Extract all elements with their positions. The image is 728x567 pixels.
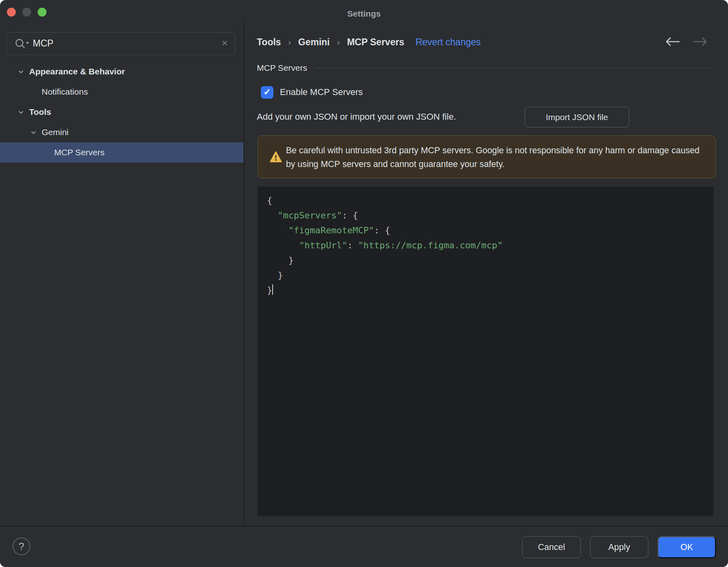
breadcrumb-gemini[interactable]: Gemini <box>298 37 330 48</box>
history-nav <box>664 36 709 47</box>
search-query-text: MCP <box>33 38 53 49</box>
search-icon <box>14 38 30 49</box>
section-title: MCP Servers <box>257 63 307 73</box>
breadcrumb-tools[interactable]: Tools <box>257 37 281 48</box>
tree-item-label: Gemini <box>42 127 69 137</box>
mcp-json-editor[interactable]: { "mcpServers": { "figmaRemoteMCP": { "h… <box>258 186 713 516</box>
import-json-file-button[interactable]: Import JSON file <box>525 107 629 127</box>
code-line: } <box>267 283 503 298</box>
settings-tree: Appearance & Behavior Notifications Tool… <box>0 61 243 163</box>
forward-arrow-icon[interactable] <box>692 36 709 47</box>
tree-item-label: Notifications <box>42 87 88 97</box>
code-line: "mcpServers": { <box>267 208 503 223</box>
breadcrumb-mcp-servers: MCP Servers <box>347 37 404 48</box>
help-button[interactable]: ? <box>13 537 30 555</box>
import-json-text: Add your own JSON or import your own JSO… <box>257 112 456 122</box>
warning-banner: Be careful with untrusted 3rd party MCP … <box>258 135 716 178</box>
code-line: { <box>267 193 503 208</box>
enable-mcp-row: ✓ Enable MCP Servers <box>261 86 363 99</box>
chevron-down-icon[interactable] <box>18 68 24 75</box>
search-input[interactable]: MCP × <box>6 32 235 55</box>
ok-button[interactable]: OK <box>658 536 716 558</box>
warning-text: Be careful with untrusted 3rd party MCP … <box>286 144 700 171</box>
text-cursor <box>272 284 273 295</box>
enable-mcp-checkbox[interactable]: ✓ <box>261 86 273 99</box>
warning-icon <box>269 151 282 163</box>
settings-sidebar: MCP × Appearance & Behavior Notification… <box>0 19 243 527</box>
breadcrumb: Tools › Gemini › MCP Servers Revert chan… <box>257 36 481 49</box>
settings-dialog: Settings MCP × Appearance & Behavior <box>0 0 728 567</box>
apply-button[interactable]: Apply <box>590 536 648 558</box>
sidebar-item-notifications[interactable]: Notifications <box>0 82 243 102</box>
chevron-down-icon[interactable] <box>30 129 37 135</box>
tree-item-label: Tools <box>29 107 51 117</box>
enable-mcp-label: Enable MCP Servers <box>280 87 363 97</box>
breadcrumb-separator: › <box>288 38 292 47</box>
json-code: { "mcpServers": { "figmaRemoteMCP": { "h… <box>267 193 503 298</box>
section-header: MCP Servers <box>257 61 710 74</box>
section-divider <box>314 68 710 68</box>
clear-search-icon[interactable]: × <box>222 37 228 49</box>
window-title: Settings <box>0 9 728 19</box>
tree-item-label: Appearance & Behavior <box>29 67 125 76</box>
title-bar: Settings <box>0 0 728 19</box>
sidebar-item-mcp-servers[interactable]: MCP Servers <box>0 142 243 163</box>
revert-changes-link[interactable]: Revert changes <box>415 37 480 48</box>
sidebar-item-gemini[interactable]: Gemini <box>0 122 243 142</box>
breadcrumb-separator: › <box>336 38 341 47</box>
tree-item-label: MCP Servers <box>54 148 104 157</box>
code-line: "figmaRemoteMCP": { <box>267 223 503 238</box>
code-line: } <box>267 268 503 283</box>
back-arrow-icon[interactable] <box>664 36 681 47</box>
import-json-row: Add your own JSON or import your own JSO… <box>257 107 716 127</box>
mcp-servers-panel: Tools › Gemini › MCP Servers Revert chan… <box>244 19 728 526</box>
sidebar-item-appearance-behavior[interactable]: Appearance & Behavior <box>0 61 243 82</box>
chevron-down-icon[interactable] <box>18 109 24 115</box>
sidebar-item-tools[interactable]: Tools <box>0 102 243 122</box>
dialog-footer: ? Cancel Apply OK <box>0 526 728 567</box>
code-line: "httpUrl": "https://mcp.figma.com/mcp" <box>267 238 503 253</box>
code-line: } <box>267 253 503 268</box>
cancel-button[interactable]: Cancel <box>522 536 581 558</box>
